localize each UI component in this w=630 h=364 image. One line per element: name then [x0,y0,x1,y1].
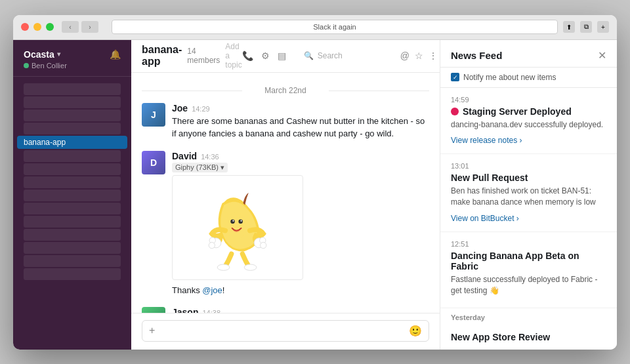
list-item[interactable] [24,255,121,267]
duplicate-icon[interactable]: ⧉ [580,21,592,33]
sidebar-header-row: Ocasta ▾ 🔔 [24,49,121,60]
layout-icon[interactable]: ▤ [278,51,286,61]
list-item[interactable] [24,123,121,134]
back-button[interactable]: ‹ [62,21,79,33]
news-item-title: Staging Server Deployed [451,106,606,117]
message-header: Joe 14:29 [172,103,429,113]
chat-header-actions: 📞 ⚙ ▤ [242,51,286,61]
list-item: 13:01 New Pull Request Ben has finished … [440,154,617,232]
table-row: D David 14:36 Giphy (73KB) ▾ [142,151,429,297]
news-feed-title: News Feed [451,50,502,61]
svg-point-8 [209,242,215,248]
news-item-title: Dancing Banana App Beta on Fabric [451,251,606,272]
table-row: Ja Jason 14:38 @joe++ [142,307,429,313]
share-icon[interactable]: ⬆ [563,21,575,33]
mac-window: ‹ › Slack it again ⬆ ⧉ + Ocasta ▾ 🔔 [13,15,617,350]
list-item[interactable] [24,163,121,175]
gear-icon[interactable]: ⚙ [261,51,270,61]
message-text: Thanks @joe! [172,284,303,297]
list-item[interactable] [24,216,121,228]
star-icon[interactable]: ☆ [415,51,423,61]
list-item[interactable] [24,229,121,241]
message-time: 14:36 [201,153,219,161]
sidebar-item-banana-app[interactable]: banana-app [17,136,127,149]
sidebar-channels: banana-app [13,77,131,287]
message-author: David [172,151,197,161]
main-chat: banana-app 14 members Add a topic 📞 ⚙ ▤ … [131,40,440,350]
chat-input-area: + 🙂 [131,313,440,350]
list-item: New App Store Review [440,324,617,349]
list-item[interactable] [24,176,121,188]
avatar: J [142,103,165,127]
news-date-label: Yesterday [440,308,617,324]
emoji-icon[interactable]: 🙂 [409,325,422,337]
view-on-bitbucket-link[interactable]: View on BitBucket › [451,214,519,223]
giphy-image [172,175,303,280]
channel-members: 14 members [187,47,220,65]
news-item-title: New App Store Review [451,332,606,342]
notify-checkbox[interactable]: ✓ [451,73,459,81]
mention: @joe [202,285,222,295]
giphy-label: Giphy (73KB) ▾ [172,163,303,172]
message-content: David 14:36 Giphy (73KB) ▾ [172,151,303,297]
giphy-badge: Giphy (73KB) ▾ [172,163,228,172]
message-header: David 14:36 [172,151,303,161]
message-author: Joe [172,103,188,113]
search-bar[interactable]: 🔍 Search [297,48,395,64]
close-button[interactable]: ✕ [598,49,606,62]
traffic-lights [21,23,54,31]
sidebar: Ocasta ▾ 🔔 Ben Collier banana-app [13,40,131,350]
attach-icon[interactable]: + [149,325,155,336]
sidebar-header: Ocasta ▾ 🔔 Ben Collier [13,40,131,77]
forward-button[interactable]: › [81,21,98,33]
list-item[interactable] [24,150,121,162]
address-bar: Slack it again [112,20,558,34]
news-notify-row: ✓ Notify me about new items [440,68,617,88]
svg-point-1 [225,212,247,239]
banana-illustration [192,182,284,273]
news-item-time: 14:59 [451,96,606,104]
username: Ben Collier [32,62,67,70]
avatar: Ja [142,307,165,313]
list-item[interactable] [24,83,121,95]
close-button[interactable] [21,23,29,31]
message-time: 14:29 [192,105,210,113]
list-item[interactable] [24,190,121,201]
message-author: Jason [172,307,198,313]
new-tab-icon[interactable]: + [597,21,609,33]
news-item-body: dancing-banana.dev successfully deployed… [451,119,606,131]
channel-name: banana-app [142,44,182,68]
minimize-button[interactable] [33,23,41,31]
title-bar: ‹ › Slack it again ⬆ ⧉ + [13,15,617,40]
add-topic[interactable]: Add a topic [225,42,242,70]
news-item-body: Fastlane successfully deployed to Fabric… [451,274,606,296]
online-status-dot [24,63,29,68]
message-header: Jason 14:38 [172,307,220,313]
workspace-name[interactable]: Ocasta ▾ [24,49,60,60]
list-item[interactable] [24,96,121,108]
list-item[interactable] [24,203,121,214]
news-item-title: New Pull Request [451,172,606,183]
news-feed-panel: News Feed ✕ ✓ Notify me about new items … [440,40,617,350]
notification-bell-icon[interactable]: 🔔 [110,49,121,60]
phone-icon[interactable]: 📞 [242,51,253,61]
at-icon[interactable]: @ [400,51,410,61]
window-title: Slack it again [313,23,356,31]
svg-point-12 [217,264,230,270]
maximize-button[interactable] [46,23,54,31]
more-icon[interactable]: ⋮ [429,51,438,61]
top-right-search: 🔍 Search @ ☆ ⋮ [297,48,438,64]
news-item-body: Ben has finished work on ticket BAN-51: … [451,186,606,208]
status-badge [451,108,459,115]
chat-input-box: + 🙂 [142,320,429,342]
message-text: There are some bananas and Cashew nut bu… [172,115,429,140]
view-release-notes-link[interactable]: View release notes › [451,136,522,145]
news-item-time: 12:51 [451,240,606,248]
chevron-down-icon[interactable]: ▾ [220,163,224,172]
chat-messages: March 22nd J Joe 14:29 There are some ba… [131,73,440,313]
date-divider: March 22nd [142,86,429,95]
search-placeholder: Search [318,51,343,60]
list-item[interactable] [24,110,121,121]
list-item[interactable] [24,268,121,280]
list-item[interactable] [24,242,121,254]
